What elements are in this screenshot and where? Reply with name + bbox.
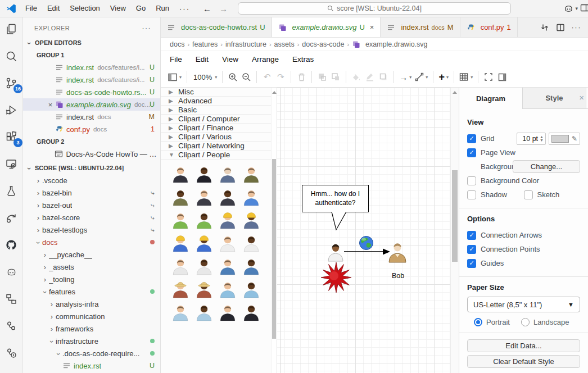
background-color-checkbox[interactable] <box>467 176 476 185</box>
waypoint-style-button[interactable]: ▾ <box>413 70 429 84</box>
scrollbar-thumb[interactable] <box>452 170 458 262</box>
portrait-radio[interactable] <box>474 318 482 326</box>
scroll-up-icon[interactable] <box>272 91 277 94</box>
activity-diagram-icon[interactable] <box>4 292 19 306</box>
open-editor-item[interactable]: index.rstdocs/features/i...U <box>23 61 160 74</box>
editor-tab-index.rst[interactable]: index.rstdocsM <box>381 17 460 37</box>
to-back-button[interactable] <box>329 70 342 84</box>
actor-alice-shape[interactable] <box>326 243 345 262</box>
person-shape-24[interactable] <box>242 280 260 298</box>
menu-view[interactable]: View <box>105 0 131 17</box>
breadcrumb-item[interactable]: docs-as-code <box>302 40 344 48</box>
menu-selection[interactable]: Selection <box>65 0 105 17</box>
activity-testing-icon[interactable] <box>4 184 19 198</box>
person-shape-26[interactable] <box>195 303 213 321</box>
shape-section-basic[interactable]: ▶Basic <box>161 106 271 115</box>
activity-git-log-icon[interactable] <box>4 345 19 360</box>
tree-folder[interactable]: ›_assets <box>23 261 160 273</box>
open-editor-item[interactable]: ×example.drawio.svgdoc...U <box>23 98 160 111</box>
breadcrumb-item[interactable]: features <box>192 40 218 48</box>
tree-folder[interactable]: ›__pycache__ <box>23 248 160 261</box>
palette-scrollbar[interactable] <box>271 88 277 373</box>
activity-live-share-icon[interactable] <box>4 211 19 225</box>
tree-folder[interactable]: ›docs <box>23 236 160 248</box>
activity-github-icon[interactable] <box>4 238 19 252</box>
activity-files-icon[interactable] <box>4 22 19 37</box>
speech-bubble-shape[interactable]: Hmm... how do I authenticate? <box>302 185 369 212</box>
zoom-select[interactable]: 100% ▾ <box>191 70 219 84</box>
shape-section-clipart-people[interactable]: ▼Clipart / People <box>161 151 271 160</box>
person-shape-27[interactable] <box>219 303 237 321</box>
insert-button[interactable]: +▾ <box>437 70 450 84</box>
actor-bob-label[interactable]: Bob <box>382 272 414 280</box>
breadcrumb-item[interactable]: example.drawio.svg <box>352 40 427 48</box>
open-editors-header[interactable]: › OPEN EDITORS <box>23 37 160 49</box>
grid-size-input[interactable]: 10 pt ▲▼ <box>517 133 546 145</box>
clear-default-style-button[interactable]: Clear Default Style <box>467 355 580 368</box>
connection-arrows-checkbox[interactable]: ✓ <box>467 231 476 240</box>
canvas-scrollbar[interactable] <box>450 88 459 373</box>
person-shape-19[interactable] <box>219 257 237 275</box>
drawio-menu-file[interactable]: File <box>170 55 182 63</box>
person-shape-13[interactable] <box>171 234 189 252</box>
shape-section-advanced[interactable]: ▶Advanced <box>161 97 271 106</box>
page-view-checkbox[interactable]: ✓ <box>467 148 476 157</box>
activity-extensions-icon[interactable]: 3 <box>4 130 19 144</box>
person-shape-21[interactable] <box>171 280 189 298</box>
person-shape-14[interactable] <box>195 234 213 252</box>
activity-search-icon[interactable] <box>4 49 19 63</box>
activity-copilot-icon[interactable] <box>4 265 19 279</box>
starburst-shape[interactable] <box>320 262 352 293</box>
redo-button[interactable]: ↷ <box>274 70 287 84</box>
menu-more-button[interactable]: ··· <box>174 4 195 13</box>
guides-checkbox[interactable]: ✓ <box>467 259 476 268</box>
menu-edit[interactable]: Edit <box>42 0 65 17</box>
shape-section-clipart-various[interactable]: ▶Clipart / Various <box>161 133 271 142</box>
paper-size-select[interactable]: US-Letter (8,5" x 11") ▼ <box>467 297 580 312</box>
menu-run[interactable]: Run <box>151 0 174 17</box>
close-icon[interactable]: × <box>370 23 374 31</box>
tree-folder[interactable]: ›bazel-out⤷ <box>23 199 160 211</box>
tree-folder[interactable]: ›bazel-testlogs⤷ <box>23 224 160 236</box>
toggle-format-panel-button[interactable]: ▾ <box>166 70 183 84</box>
tree-folder[interactable]: ›_tooling <box>23 273 160 285</box>
person-shape-6[interactable] <box>195 188 213 206</box>
drawio-menu-edit[interactable]: Edit <box>196 55 209 63</box>
table-button[interactable]: ▾ <box>458 70 474 84</box>
landscape-radio[interactable] <box>521 318 530 326</box>
scrollbar-thumb[interactable] <box>272 159 276 339</box>
person-shape-5[interactable] <box>171 188 189 206</box>
tab-diagram[interactable]: Diagram <box>459 88 523 109</box>
shape-section-misc[interactable]: ▶Misc <box>161 88 271 97</box>
drawio-menu-extras[interactable]: Extras <box>292 55 314 63</box>
activity-git-graph-icon[interactable] <box>4 319 19 333</box>
tree-file[interactable]: index.rstU <box>23 360 160 372</box>
tree-folder[interactable]: ›infrastructure <box>23 335 160 347</box>
diagram-canvas[interactable]: Hmm... how do I authenticate? <box>277 88 450 373</box>
person-shape-3[interactable] <box>219 165 237 183</box>
shape-section-clipart-networking[interactable]: ▶Clipart / Networking <box>161 142 271 151</box>
person-shape-8[interactable] <box>242 188 260 206</box>
person-shape-20[interactable] <box>242 257 260 275</box>
breadcrumb-item[interactable]: docs <box>170 40 184 48</box>
tree-folder[interactable]: ›features <box>23 285 160 298</box>
tab-style[interactable]: Style <box>523 88 586 108</box>
zoom-in-button[interactable] <box>226 70 239 84</box>
edit-data-button[interactable]: Edit Data... <box>467 339 580 352</box>
editor-tab-conf.py[interactable]: conf.py1 <box>460 17 518 37</box>
nav-forward-button[interactable]: → <box>219 4 228 13</box>
open-editor-item[interactable]: conf.pydocs1 <box>23 123 160 135</box>
spinner-icons[interactable]: ▲▼ <box>540 135 544 142</box>
orientation-landscape[interactable]: Landscape <box>521 318 569 326</box>
person-shape-22[interactable] <box>195 280 213 298</box>
explorer-more-button[interactable]: ··· <box>142 24 152 32</box>
editor-tab-example.drawio.svg[interactable]: example.drawio.svgU× <box>272 17 381 37</box>
split-editor-icon[interactable] <box>556 23 565 32</box>
undo-button[interactable]: ↶ <box>260 70 274 84</box>
connection-points-checkbox[interactable]: ✓ <box>467 245 476 254</box>
grid-checkbox[interactable]: ✓ <box>467 134 476 143</box>
grid-color-button[interactable]: ✎ <box>549 133 580 145</box>
fullscreen-button[interactable] <box>482 70 495 84</box>
open-editor-item[interactable]: Docs-As-Code HowTo — Sc... <box>23 148 160 160</box>
to-front-button[interactable] <box>315 70 329 84</box>
